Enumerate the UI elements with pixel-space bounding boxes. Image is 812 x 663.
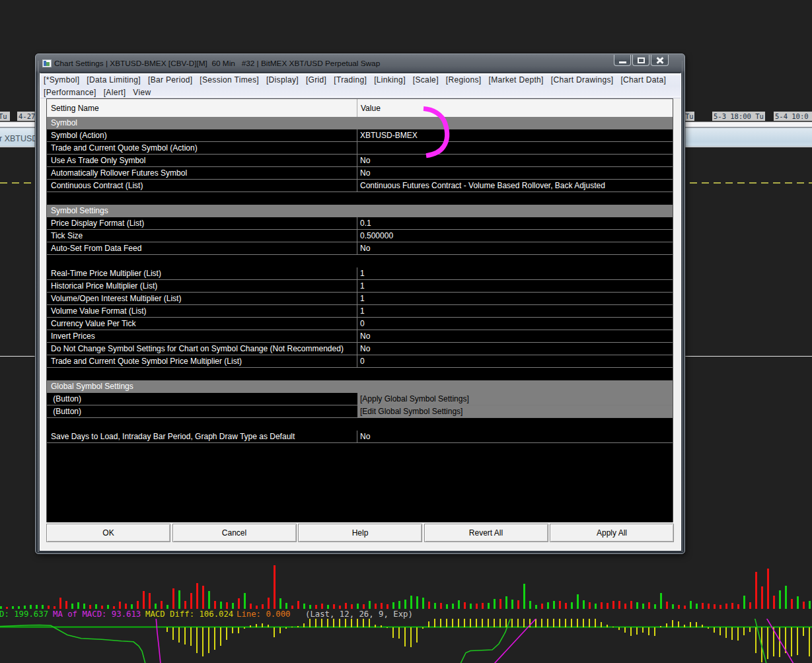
menubar-row1: [*Symbol] [Data Limiting] [Bar Period] [… (44, 75, 666, 85)
setting-value[interactable]: 0 (360, 357, 365, 366)
setting-value[interactable]: XBTUSD-BMEX (360, 131, 418, 140)
setting-row[interactable]: Use As Trade Only SymbolNo (47, 155, 673, 167)
setting-row[interactable]: Do Not Change Symbol Settings for Chart … (47, 343, 673, 355)
setting-value[interactable]: No (360, 332, 370, 341)
section-header-row[interactable]: Global Symbol Settings (47, 380, 673, 393)
setting-row[interactable]: Volume/Open Interest Multiplier (List)1 (47, 293, 673, 305)
revert-all-button[interactable]: Revert All (424, 524, 548, 542)
macd-diff-bar (607, 625, 608, 627)
volume-bar (107, 605, 109, 609)
macd-diff-bar (333, 618, 334, 627)
macd-diff-bar (702, 625, 703, 627)
row-column-divider (357, 217, 357, 229)
menu-item-chartdata[interactable]: [Chart Data] (620, 75, 666, 85)
setting-value[interactable]: No (360, 432, 370, 441)
volume-bar (725, 604, 727, 609)
menu-item-alert[interactable]: [Alert] (104, 88, 133, 97)
setting-value[interactable]: 0.1 (360, 219, 371, 228)
macd-diff-bar (387, 627, 388, 628)
setting-value[interactable]: No (360, 156, 370, 165)
volume-bar (59, 598, 61, 609)
close-button[interactable]: X (651, 55, 669, 66)
setting-row[interactable]: Trade and Current Quote Symbol (Action) (47, 142, 673, 155)
setting-row[interactable]: (Button)[Apply Global Symbol Settings] (47, 393, 673, 405)
setting-row[interactable]: Automatically Rollover Futures SymbolNo (47, 167, 673, 180)
setting-row[interactable]: Symbol (Action)XBTUSD-BMEX (47, 129, 673, 142)
row-column-divider (357, 280, 357, 292)
volume-bar (404, 600, 406, 609)
cancel-button[interactable]: Cancel (172, 524, 297, 542)
macd-diff-bar (714, 627, 715, 633)
maximize-icon (638, 57, 645, 63)
section-header-row[interactable]: Symbol Settings (47, 205, 673, 217)
menu-item-chartdrawings[interactable]: [Chart Drawings] (551, 75, 621, 85)
setting-row[interactable]: Historical Price Multiplier (List)1 (47, 280, 673, 293)
ok-button[interactable]: OK (46, 524, 170, 542)
menu-item-marketdepth[interactable]: [Market Depth] (488, 75, 550, 85)
menu-item-view[interactable]: View (133, 88, 151, 97)
menu-item-scale[interactable]: [Scale] (413, 75, 446, 85)
volume-bar (48, 606, 50, 609)
setting-value[interactable]: No (360, 244, 370, 253)
dialog-titlebar[interactable]: Chart Settings | XBTUSD-BMEX [CBV-D][M] … (36, 54, 684, 73)
volume-bar (309, 605, 311, 609)
setting-row[interactable]: Continuous Contract (List)Continuous Fut… (47, 180, 673, 192)
setting-value[interactable]: 0 (360, 319, 365, 328)
setting-value[interactable]: 1 (360, 269, 365, 278)
row-column-divider (357, 343, 357, 355)
menu-item-trading[interactable]: [Trading] (334, 75, 374, 85)
macd-diff-bar (214, 627, 215, 650)
minimize-button[interactable] (614, 55, 631, 66)
setting-value[interactable]: 1 (360, 294, 365, 303)
setting-name: Historical Price Multiplier (List) (51, 281, 157, 291)
column-header-setting-name: Setting Name (51, 104, 99, 113)
setting-row[interactable]: Trade and Current Quote Symbol Price Mul… (47, 355, 673, 368)
setting-button-label[interactable]: [Edit Global Symbol Settings] (360, 407, 462, 416)
macd-diff-bar (559, 618, 560, 627)
menu-item-performance[interactable]: [Performance] (44, 88, 104, 97)
maximize-button[interactable] (632, 55, 649, 66)
menu-item-barperiod[interactable]: [Bar Period] (148, 75, 200, 85)
volume-bar (36, 605, 38, 609)
volume-bar (488, 603, 490, 609)
macd-diff-bar (809, 627, 810, 656)
setting-value[interactable]: 1 (360, 306, 365, 316)
menu-item-grid[interactable]: [Grid] (306, 75, 334, 85)
menu-item-display[interactable]: [Display] (266, 75, 306, 85)
setting-value[interactable]: 1 (360, 281, 365, 291)
setting-value[interactable]: 0.500000 (360, 231, 393, 240)
setting-row[interactable]: Tick Size0.500000 (47, 230, 673, 242)
macd-diff-bar (660, 626, 661, 627)
menu-item-symbol[interactable]: [*Symbol] (44, 75, 87, 85)
column-divider[interactable] (357, 99, 357, 117)
setting-row[interactable]: Save Days to Load, Intraday Bar Period, … (47, 431, 673, 443)
volume-bar (535, 605, 537, 609)
setting-button-label[interactable]: [Apply Global Symbol Settings] (360, 394, 469, 403)
setting-row[interactable]: (Button)[Edit Global Symbol Settings] (47, 405, 673, 418)
menu-item-regions[interactable]: [Regions] (446, 75, 489, 85)
menu-item-sessiontimes[interactable]: [Session Times] (200, 75, 266, 85)
menu-item-datalimiting[interactable]: [Data Limiting] (87, 75, 148, 85)
macd-diff-bar (297, 626, 299, 627)
setting-value[interactable]: Continuous Futures Contract - Volume Bas… (360, 181, 605, 190)
setting-row[interactable]: Volume Value Format (List)1 (47, 305, 673, 318)
volume-bar (612, 601, 614, 609)
volume-bar (541, 604, 543, 609)
menu-item-linking[interactable]: [Linking] (374, 75, 413, 85)
help-button[interactable]: Help (298, 524, 422, 542)
setting-row[interactable]: Currency Value Per Tick0 (47, 318, 673, 330)
apply-all-button[interactable]: Apply All (550, 524, 674, 542)
section-header-row[interactable]: Symbol (47, 117, 673, 129)
volume-bar (702, 603, 704, 609)
time-chip-label: Tu (0, 112, 7, 120)
setting-row[interactable]: Real-Time Price Multiplier (List)1 (47, 267, 673, 280)
macd-diff-bar (505, 618, 507, 627)
setting-name: Trade and Current Quote Symbol Price Mul… (51, 357, 242, 366)
setting-value[interactable]: No (360, 344, 370, 353)
setting-row[interactable]: Price Display Format (List)0.1 (47, 217, 673, 230)
setting-value[interactable]: No (360, 168, 370, 178)
volume-bar (678, 605, 680, 609)
macd-diff-bar (244, 627, 245, 629)
setting-row[interactable]: Auto-Set From Data FeedNo (47, 242, 673, 255)
setting-row[interactable]: Invert PricesNo (47, 330, 673, 343)
